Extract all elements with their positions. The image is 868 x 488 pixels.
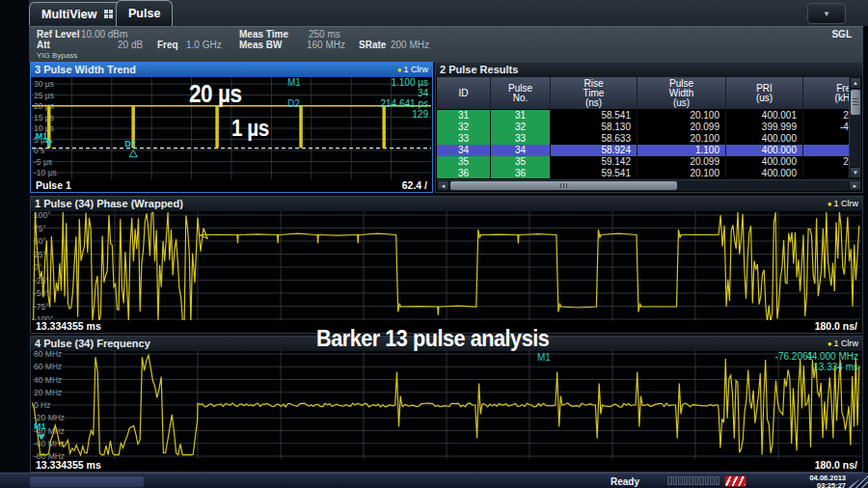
- table-cell: -49684.28: [803, 122, 850, 133]
- svg-text:-10 µs: -10 µs: [34, 168, 57, 177]
- phase-footer-start: 13.334355 ms: [36, 320, 101, 332]
- vertical-scroll-thumb[interactable]: [851, 90, 860, 115]
- table-cell: 33: [491, 133, 551, 145]
- column-header: ID: [437, 77, 491, 109]
- table-row[interactable]: 353559.14220.099400.00024939.83: [437, 156, 850, 168]
- panel-trend-title-bar[interactable]: 3 Pulse Width Trend ●1 Clrw: [31, 63, 432, 77]
- svg-text:0 Hz: 0 Hz: [34, 400, 50, 410]
- svg-text:80 MHz: 80 MHz: [34, 350, 62, 359]
- resize-grip-icon[interactable]: [847, 474, 868, 488]
- panel-pulse-width-trend: 3 Pulse Width Trend ●1 Clrw 30 µs25 µs20…: [30, 62, 433, 193]
- scroll-left-icon[interactable]: ◄: [437, 180, 449, 191]
- svg-text:25 µs: 25 µs: [34, 91, 54, 100]
- results-table: IDPulse No.Rise Time (ns)Pulse Width (us…: [437, 77, 850, 178]
- phase-chart: 100°75°50°25°0°-25°-50°-75°-100°: [32, 211, 861, 323]
- column-header: PRI (us): [726, 77, 803, 109]
- table-cell: 400.000: [726, 156, 803, 168]
- tab-pulse-label: Pulse: [128, 7, 160, 20]
- table-row[interactable]: 343458.9241.100400.000600.49: [437, 145, 850, 156]
- freq-readout-b: 44.000 MHz: [806, 351, 858, 362]
- table-cell: 20.099: [637, 156, 726, 168]
- results-body: 313158.54120.100400.00125245.05323258.13…: [437, 110, 850, 178]
- trace-indicator: ●1 Clrw: [397, 65, 428, 74]
- srate-value: 200 MHz: [391, 40, 429, 50]
- table-cell: 59.541: [551, 168, 637, 178]
- window-dropdown-button[interactable]: ▾: [807, 3, 846, 24]
- meas-time-value: 250 ms: [309, 29, 340, 40]
- trace-color-dot-icon: ●: [827, 200, 832, 208]
- status-time: 03:25:27: [809, 482, 846, 488]
- table-cell: 34: [491, 145, 551, 156]
- table-cell: 400.000: [726, 168, 803, 178]
- marker-d2-count: 129: [412, 109, 428, 120]
- table-cell: 1.100: [637, 145, 726, 156]
- horizontal-scrollbar[interactable]: ◄ ►: [437, 179, 861, 191]
- vertical-scrollbar[interactable]: ▲ ▼: [849, 77, 861, 178]
- annotation-barker: Barker 13 pulse analysis: [316, 325, 549, 352]
- trend-marker-readout: M11.100 µs 34 D2214.641 ps 129: [287, 77, 428, 120]
- annotation-20us: 20 µs: [189, 80, 242, 108]
- table-cell: 58.924: [551, 145, 637, 156]
- chevron-down-icon: ▾: [825, 9, 829, 18]
- freq-footer-start: 13.334355 ms: [36, 459, 101, 471]
- frequency-chart: 80 MHz60 MHz40 MHz20 MHz0 Hz-20 MHz-40 M…: [32, 350, 861, 460]
- yig-bypass-label: YIG Bypass: [37, 51, 77, 60]
- svg-text:100°: 100°: [34, 211, 51, 220]
- sgl-badge: SGL: [831, 29, 852, 40]
- marker-m1-value: 1.100 µs: [391, 77, 428, 88]
- marker-d2-name: D2: [287, 98, 300, 109]
- table-cell: 600.49: [803, 145, 850, 156]
- progress-bar: [667, 476, 719, 485]
- panel-results-title: 2 Pulse Results: [440, 64, 518, 75]
- table-cell: 43.50: [803, 133, 850, 145]
- table-cell: 35: [491, 156, 551, 168]
- annotation-1us: 1 µs: [231, 116, 269, 142]
- svg-text:M1: M1: [34, 421, 46, 431]
- table-row[interactable]: 363659.54120.100400.000507.34: [437, 168, 850, 178]
- table-cell: 20.100: [637, 133, 726, 145]
- att-value: 20 dB: [118, 40, 143, 50]
- panel-phase: 1 Pulse (34) Phase (Wrapped) ●1 Clrw 100…: [30, 196, 863, 334]
- status-left-button[interactable]: [29, 475, 145, 488]
- settings-bar: Ref Level 10.00 dBm Meas Time 250 ms SGL…: [29, 26, 863, 63]
- table-cell: 59.142: [551, 156, 637, 168]
- measurement-status-icon: [725, 476, 746, 486]
- svg-text:60 MHz: 60 MHz: [34, 362, 62, 371]
- marker-m1-name: M1: [287, 77, 301, 88]
- svg-text:-75°: -75°: [34, 302, 49, 312]
- table-cell: 32: [491, 122, 551, 133]
- column-header: Freq (kHz): [803, 77, 850, 109]
- panel-phase-title-bar[interactable]: 1 Pulse (34) Phase (Wrapped) ●1 Clrw: [31, 197, 862, 211]
- table-cell: 32: [437, 122, 491, 133]
- tab-pulse[interactable]: Pulse: [116, 0, 173, 26]
- scroll-down-icon[interactable]: ▼: [850, 167, 861, 178]
- freq-label: Freq: [157, 40, 178, 50]
- phase-footer-scale: 180.0 ns/: [815, 320, 857, 333]
- table-cell: 58.541: [551, 110, 637, 122]
- tab-multiview[interactable]: MultiView: [29, 2, 125, 25]
- table-row[interactable]: 333358.63320.100400.00043.50: [437, 133, 850, 145]
- panel-pulse-results: 2 Pulse Results IDPulse No.Rise Time (ns…: [435, 62, 863, 193]
- column-header: Pulse No.: [491, 77, 551, 109]
- table-row[interactable]: 323258.13020.099399.999-49684.28: [437, 122, 850, 133]
- horizontal-scroll-thumb[interactable]: [450, 181, 677, 190]
- column-header: Rise Time (ns): [551, 77, 637, 109]
- freq-value: 1.0 GHz: [186, 40, 222, 50]
- table-cell: 35: [437, 156, 491, 168]
- freq-footer: 13.334355 ms 180.0 ns/: [31, 459, 862, 472]
- status-bar: Ready 04.06.2013 03:25:27: [0, 473, 868, 488]
- analyzer-screen: MultiView Pulse ▾ Ref Level 10.00 dBm Me…: [0, 0, 868, 488]
- table-cell: 400.001: [726, 110, 803, 122]
- svg-text:-25°: -25°: [34, 276, 49, 285]
- table-cell: 400.000: [726, 133, 803, 145]
- panel-results-title-bar[interactable]: 2 Pulse Results: [436, 63, 862, 77]
- svg-text:25°: 25°: [34, 250, 46, 259]
- svg-text:30 µs: 30 µs: [34, 79, 54, 89]
- scroll-right-icon[interactable]: ►: [849, 180, 861, 191]
- ref-level-label: Ref Level: [37, 29, 79, 40]
- table-cell: 31: [437, 110, 491, 122]
- scroll-up-icon[interactable]: ▲: [850, 77, 861, 89]
- trace-color-dot-icon: ●: [397, 66, 402, 74]
- table-row[interactable]: 313158.54120.100400.00125245.05: [437, 110, 850, 122]
- table-cell: 36: [437, 168, 491, 178]
